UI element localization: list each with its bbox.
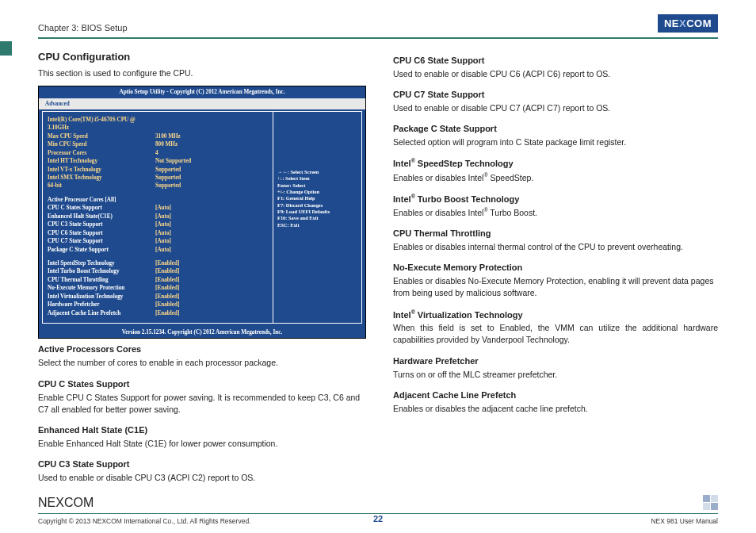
bios-row: CPU C3 State Support[Auto] (48, 220, 268, 228)
bios-hint-line: Enter: Select (277, 182, 357, 189)
left-definitions: Active Processors CoresSelect the number… (38, 343, 366, 484)
bios-row-label: Intel SMX Technology (48, 174, 155, 182)
square-icon (711, 495, 718, 502)
bios-row-label: Intel SpeedStep Technology (48, 259, 155, 267)
definition-heading: Intel® Virtualization Technology (393, 309, 718, 322)
bios-footer: Version 2.15.1234. Copyright (C) 2012 Am… (39, 327, 365, 338)
bios-help-text: Select the number of cores to enable in … (277, 116, 357, 129)
bios-row-value: [Enabled] (155, 309, 179, 317)
bios-hint-line: F7: Discard Changes (277, 202, 357, 209)
bios-row-label: Min CPU Speed (48, 140, 155, 148)
definition-body: Used to enable or disable CPU C3 (ACPI C… (38, 472, 366, 484)
bios-row: 64-bitSupported (48, 182, 268, 190)
square-icon (711, 503, 718, 510)
definition-body: Enables or disables internal thermal con… (393, 241, 718, 253)
bios-hint-line: F1: General Help (277, 195, 357, 201)
bios-row-label: Hardware Prefetcher (48, 301, 155, 309)
definition-body: Select the number of cores to enable in … (38, 357, 366, 369)
definition-heading: Hardware Prefetcher (393, 355, 718, 368)
bios-hint-line: F9: Load UEFI Defaults (277, 209, 357, 215)
bios-screenshot: Aptio Setup Utility - Copyright (C) 2012… (38, 86, 366, 339)
bios-body: Intel(R) Core(TM) i5-4670S CPU @ 3.10GHz… (42, 111, 362, 324)
bios-row-label: Processor Cores (48, 149, 155, 157)
logo-part-right: COM (686, 17, 712, 29)
definition-body: Enables or disables the adjacent cache l… (393, 403, 718, 415)
bios-row-label: CPU Thermal Throttling (48, 276, 155, 284)
bios-row: Intel SpeedStep Technology[Enabled] (48, 259, 268, 267)
bios-row: CPU C6 State Support[Auto] (48, 229, 268, 237)
bios-row: Min CPU Speed800 MHz (48, 140, 268, 148)
bios-row: Intel(R) Core(TM) i5-4670S CPU @ 3.10GHz (48, 116, 268, 132)
page-footer: NEXCOM Copyright © 2013 NEXCOM Internati… (0, 495, 756, 525)
definition-body: Used to enable or disable CPU C6 (ACPI C… (393, 68, 718, 80)
definition-heading: Active Processors Cores (38, 343, 366, 356)
bios-row-label: CPU C3 State Support (48, 220, 155, 228)
bios-hint-line: ESC: Exit (277, 222, 357, 228)
bios-row-value: [Enabled] (155, 259, 179, 267)
bios-row: Adjacent Cache Line Prefetch[Enabled] (48, 309, 268, 317)
bios-row: CPU Thermal Throttling[Enabled] (48, 276, 268, 284)
bios-row-label: No-Execute Memory Protection (48, 284, 155, 292)
content-columns: CPU Configuration This section is used t… (0, 39, 756, 485)
bios-row: Hardware Prefetcher[Enabled] (48, 301, 268, 309)
bios-row-label: Package C State Support (48, 246, 155, 254)
bios-row-value: [Auto] (155, 213, 171, 220)
page-edge-tab (0, 41, 12, 56)
left-column: CPU Configuration This section is used t… (38, 50, 366, 485)
definition-body: Turns on or off the MLC streamer prefetc… (393, 369, 718, 381)
square-icon (703, 503, 710, 510)
bios-row-value: Supported (155, 182, 181, 190)
bios-row: Intel Virtualization Technology[Enabled] (48, 293, 268, 301)
bios-row-label: Intel Virtualization Technology (48, 293, 155, 301)
definition-heading: Package C State Support (393, 123, 718, 136)
bios-row-value: [Auto] (155, 246, 171, 254)
bios-row-value: [Enabled] (155, 301, 179, 309)
definition-heading: No-Execute Memory Protection (393, 262, 718, 274)
bios-row-label: Max CPU Speed (48, 132, 155, 140)
definition-heading: CPU C3 State Support (38, 458, 366, 471)
bios-row: Enhanced Halt State(C1E)[Auto] (48, 213, 268, 220)
bios-row-label: Enhanced Halt State(C1E) (48, 213, 155, 220)
bios-row-label: Intel Turbo Boost Technology (48, 267, 155, 275)
definition-body: Enables or disables No-Execute Memory Pr… (393, 275, 718, 299)
footer-logo: NEXCOM (38, 496, 94, 510)
bios-row-value: [Enabled] (155, 293, 179, 301)
bios-row-label: CPU C6 State Support (48, 229, 155, 237)
bios-row: Intel VT-x TechnologySupported (48, 166, 268, 174)
bios-hint-line: F10: Save and Exit (277, 215, 357, 221)
bios-row: Intel Turbo Boost Technology[Enabled] (48, 267, 268, 275)
bios-hint-line: +/-: Change Option (277, 189, 357, 195)
definition-heading: Adjacent Cache Line Prefetch (393, 389, 718, 402)
definition-heading: CPU C6 State Support (393, 55, 718, 67)
bios-row-value: 4 (155, 149, 158, 157)
bios-row: Intel HT TechnologyNot Supported (48, 157, 268, 165)
square-icon (703, 495, 710, 502)
definition-heading: Enhanced Halt State (C1E) (38, 424, 366, 437)
bios-row: No-Execute Memory Protection[Enabled] (48, 284, 268, 292)
right-column: CPU C6 State SupportUsed to enable or di… (393, 50, 718, 485)
footer-copyright: Copyright © 2013 NEXCOM International Co… (38, 517, 250, 525)
bios-row: CPU C States Support[Auto] (48, 204, 268, 212)
footer-icon-grid (703, 495, 718, 510)
bios-row: Processor Cores4 (48, 149, 268, 157)
definition-body: Enable CPU C States Support for power sa… (38, 392, 366, 416)
bios-info-block: Intel(R) Core(TM) i5-4670S CPU @ 3.10GHz… (48, 116, 268, 190)
bios-row-label: Intel HT Technology (48, 157, 155, 165)
section-intro: This section is used to configure the CP… (38, 67, 366, 79)
bios-active-cores: Active Processor Cores [All] (48, 196, 268, 204)
definition-heading: Intel® SpeedStep Technology (393, 157, 718, 171)
definition-body: Selected option will program into C Stat… (393, 136, 718, 148)
bios-key-hints: →←: Select Screen↑↓: Select ItemEnter: S… (277, 169, 357, 228)
definition-body: Enables or disables Intel® Turbo Boost. (393, 206, 718, 219)
logo-part-left: NE (664, 17, 679, 29)
definition-body: When this field is set to Enabled, the V… (393, 322, 718, 346)
definition-heading: Intel® Turbo Boost Technology (393, 193, 718, 206)
bios-row-value: Not Supported (155, 157, 191, 165)
bios-row-value: [Auto] (155, 229, 171, 237)
bios-row-label: CPU C7 State Support (48, 237, 155, 245)
bios-row: CPU C7 State Support[Auto] (48, 237, 268, 245)
bios-row-value: 800 MHz (155, 140, 178, 148)
logo-part-x: X (679, 17, 686, 29)
bios-title: Aptio Setup Utility - Copyright (C) 2012… (39, 86, 365, 98)
footer-logo-x: X (55, 496, 64, 509)
